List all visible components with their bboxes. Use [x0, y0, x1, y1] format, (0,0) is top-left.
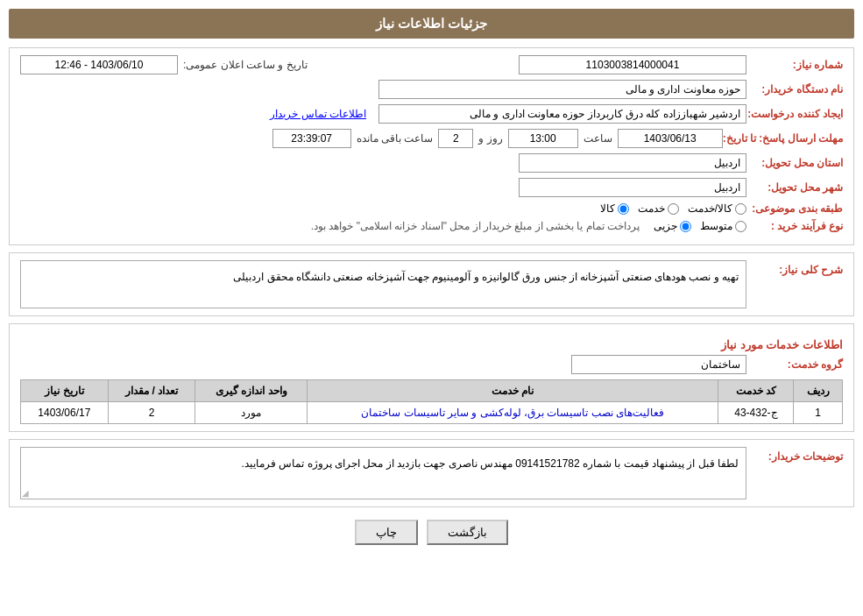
cell-date: 1403/06/17: [21, 402, 109, 424]
cell-unit: مورد: [195, 402, 308, 424]
category-khedmat-radio[interactable]: [668, 203, 679, 215]
creator-value: اردشیر شهباززاده کله درق کاربرداز حوزه م…: [378, 104, 746, 124]
page-header: جزئیات اطلاعات نیاز: [9, 9, 854, 39]
purchase-motavasset-option[interactable]: متوسط: [700, 220, 746, 232]
buyer-notes-value: لطفا قبل از پیشنهاد قیمت با شماره 091415…: [20, 447, 746, 499]
deadline-remaining: 23:39:07: [272, 129, 351, 148]
row-province: استان محل تحویل: اردبیل: [20, 153, 843, 173]
category-kala-label: کالا: [600, 202, 615, 215]
category-kala-khedmat-radio[interactable]: [735, 203, 746, 215]
table-header-row: ردیف کد خدمت نام خدمت واحد اندازه گیری ت…: [21, 380, 843, 402]
col-row: ردیف: [794, 380, 843, 402]
date-announce-value: 1403/06/10 - 12:46: [20, 55, 178, 74]
purchase-motavasset-radio[interactable]: [735, 221, 746, 232]
main-form: شماره نیاز: 1103003814000041 تاریخ و ساع…: [9, 47, 854, 245]
province-label: استان محل تحویل:: [746, 157, 843, 169]
deadline-date: 1403/06/13: [618, 129, 723, 148]
col-qty: تعداد / مقدار: [108, 380, 195, 402]
purchase-jozee-label: جزیی: [654, 220, 677, 232]
category-kala-option[interactable]: کالا: [600, 202, 629, 215]
cell-code: ج-432-43: [718, 402, 794, 424]
row-buyer-org: نام دستگاه خریدار: حوزه معاونت اداری و م…: [20, 80, 843, 99]
category-radio-group: کالا/خدمت خدمت کالا: [600, 202, 746, 215]
category-kala-khedmat-option[interactable]: کالا/خدمت: [688, 202, 746, 215]
city-value: اردبیل: [519, 178, 746, 197]
order-number-label: شماره نیاز:: [746, 59, 843, 71]
category-khedmat-label: خدمت: [638, 202, 665, 215]
category-label: طبقه بندی موضوعی:: [746, 202, 843, 215]
table-row: 1 ج-432-43 فعالیت‌های نصب تاسیسات برق، ل…: [21, 402, 843, 424]
services-section: اطلاعات خدمات مورد نیاز گروه خدمت: ساختم…: [9, 323, 854, 432]
services-title: اطلاعات خدمات مورد نیاز: [20, 338, 843, 351]
buttons-row: بازگشت چاپ: [9, 520, 854, 545]
purchase-type-label: نوع فرآیند خرید :: [746, 220, 843, 232]
services-table: ردیف کد خدمت نام خدمت واحد اندازه گیری ت…: [20, 379, 843, 424]
category-kala-khedmat-label: کالا/خدمت: [688, 202, 732, 215]
description-section: شرح کلی نیاز: تهیه و نصب هودهای صنعتی آش…: [9, 252, 854, 316]
description-label: شرح کلی نیاز:: [746, 260, 843, 276]
row-order-number: شماره نیاز: 1103003814000041 تاریخ و ساع…: [20, 55, 843, 74]
service-group-value: ساختمان: [571, 355, 746, 374]
order-number-value: 1103003814000041: [519, 55, 746, 74]
back-button[interactable]: بازگشت: [427, 520, 508, 545]
deadline-time: 13:00: [508, 129, 578, 148]
col-date: تاریخ نیاز: [21, 380, 109, 402]
creator-link[interactable]: اطلاعات تماس خریدار: [270, 108, 366, 120]
date-announce-label: تاریخ و ساعت اعلان عمومی:: [183, 59, 308, 71]
row-creator: ایجاد کننده درخواست: اردشیر شهباززاده کل…: [20, 104, 843, 124]
row-purchase-type: نوع فرآیند خرید : متوسط جزیی پرداخت تمام…: [20, 220, 843, 232]
row-service-group: گروه خدمت: ساختمان: [20, 355, 843, 374]
purchase-jozee-option[interactable]: جزیی: [654, 220, 691, 232]
row-description: شرح کلی نیاز: تهیه و نصب هودهای صنعتی آش…: [20, 260, 843, 308]
row-city: شهر محل تحویل: اردبیل: [20, 178, 843, 197]
deadline-days-label: روز و: [478, 132, 502, 145]
deadline-label: مهلت ارسال پاسخ: تا تاریخ:: [723, 132, 843, 145]
purchase-type-radio-group: متوسط جزیی: [654, 220, 746, 232]
purchase-motavasset-label: متوسط: [700, 220, 732, 232]
category-kala-radio[interactable]: [618, 203, 629, 215]
category-khedmat-option[interactable]: خدمت: [638, 202, 679, 215]
purchase-notice: پرداخت تمام یا بخشی از مبلغ خریدار از مح…: [311, 220, 640, 232]
print-button[interactable]: چاپ: [355, 520, 418, 545]
row-deadline: مهلت ارسال پاسخ: تا تاریخ: 1403/06/13 سا…: [20, 129, 843, 148]
purchase-jozee-radio[interactable]: [680, 221, 691, 232]
resize-handle: ◢: [22, 488, 29, 498]
page-title: جزئیات اطلاعات نیاز: [376, 16, 487, 31]
buyer-notes-label: توضیحات خریدار:: [746, 447, 843, 463]
service-group-label: گروه خدمت:: [746, 358, 843, 371]
cell-name: فعالیت‌های نصب تاسیسات برق، لوله‌کشی و س…: [308, 402, 718, 424]
row-category: طبقه بندی موضوعی: کالا/خدمت خدمت کالا: [20, 202, 843, 215]
city-label: شهر محل تحویل:: [746, 181, 843, 194]
cell-row: 1: [794, 402, 843, 424]
creator-label: ایجاد کننده درخواست:: [746, 108, 843, 120]
page-wrapper: جزئیات اطلاعات نیاز شماره نیاز: 11030038…: [0, 0, 863, 616]
deadline-remaining-label: ساعت باقی مانده: [357, 132, 434, 145]
buyer-notes-section: توضیحات خریدار: لطفا قبل از پیشنهاد قیمت…: [9, 439, 854, 507]
col-unit: واحد اندازه گیری: [195, 380, 308, 402]
buyer-org-label: نام دستگاه خریدار:: [746, 83, 843, 96]
buyer-org-value: حوزه معاونت اداری و مالی: [378, 80, 746, 99]
col-code: کد خدمت: [718, 380, 794, 402]
col-name: نام خدمت: [308, 380, 718, 402]
description-value: تهیه و نصب هودهای صنعتی آشپزخانه از جنس …: [20, 260, 746, 308]
deadline-days: 2: [438, 129, 473, 148]
row-buyer-notes: توضیحات خریدار: لطفا قبل از پیشنهاد قیمت…: [20, 447, 843, 499]
cell-qty: 2: [108, 402, 195, 424]
province-value: اردبیل: [519, 153, 746, 173]
deadline-time-label: ساعت: [584, 132, 612, 145]
